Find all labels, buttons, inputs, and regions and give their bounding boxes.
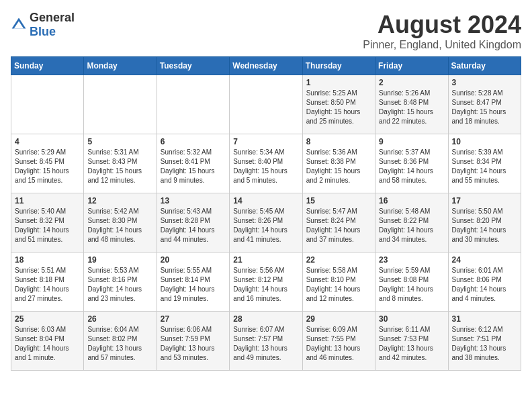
day-number: 22 xyxy=(306,255,371,265)
calendar-cell: 18Sunrise: 5:51 AM Sunset: 8:18 PM Dayli… xyxy=(11,253,84,312)
calendar-cell: 2Sunrise: 5:26 AM Sunset: 8:48 PM Daylig… xyxy=(375,75,448,134)
day-number: 20 xyxy=(161,255,226,265)
calendar-cell xyxy=(230,75,302,134)
day-header-saturday: Saturday xyxy=(448,57,521,75)
calendar-cell: 7Sunrise: 5:34 AM Sunset: 8:40 PM Daylig… xyxy=(230,134,302,193)
day-header-tuesday: Tuesday xyxy=(157,57,229,75)
day-header-monday: Monday xyxy=(84,57,157,75)
day-number: 24 xyxy=(452,255,517,265)
day-number: 28 xyxy=(233,314,298,324)
day-number: 8 xyxy=(306,137,371,146)
page-header: General Blue August 2024 Pinner, England… xyxy=(11,11,521,51)
calendar-cell: 22Sunrise: 5:58 AM Sunset: 8:10 PM Dayli… xyxy=(302,253,375,312)
calendar-cell xyxy=(157,75,229,134)
calendar-cell: 15Sunrise: 5:47 AM Sunset: 8:24 PM Dayli… xyxy=(302,193,375,253)
day-number: 5 xyxy=(87,137,152,146)
calendar-cell: 27Sunrise: 6:06 AM Sunset: 7:59 PM Dayli… xyxy=(157,312,229,371)
day-info: Sunrise: 6:06 AM Sunset: 7:59 PM Dayligh… xyxy=(161,325,226,363)
day-number: 31 xyxy=(452,314,517,324)
calendar-cell: 19Sunrise: 5:53 AM Sunset: 8:16 PM Dayli… xyxy=(84,253,157,312)
calendar-body: 1Sunrise: 5:25 AM Sunset: 8:50 PM Daylig… xyxy=(11,75,521,371)
day-number: 30 xyxy=(379,314,444,324)
day-number: 17 xyxy=(452,196,517,205)
day-info: Sunrise: 5:42 AM Sunset: 8:30 PM Dayligh… xyxy=(87,207,152,244)
calendar-header-row: SundayMondayTuesdayWednesdayThursdayFrid… xyxy=(11,57,521,75)
day-info: Sunrise: 5:56 AM Sunset: 8:12 PM Dayligh… xyxy=(233,266,298,304)
day-header-thursday: Thursday xyxy=(302,57,375,75)
day-number: 1 xyxy=(306,78,371,87)
week-row-1: 1Sunrise: 5:25 AM Sunset: 8:50 PM Daylig… xyxy=(11,75,521,134)
day-header-wednesday: Wednesday xyxy=(230,57,302,75)
logo-blue: Blue xyxy=(30,25,56,38)
week-row-3: 11Sunrise: 5:40 AM Sunset: 8:32 PM Dayli… xyxy=(11,193,521,253)
day-number: 12 xyxy=(87,196,152,205)
day-info: Sunrise: 5:39 AM Sunset: 8:34 PM Dayligh… xyxy=(452,148,517,185)
calendar-cell: 28Sunrise: 6:07 AM Sunset: 7:57 PM Dayli… xyxy=(230,312,302,371)
calendar-cell: 12Sunrise: 5:42 AM Sunset: 8:30 PM Dayli… xyxy=(84,193,157,253)
week-row-2: 4Sunrise: 5:29 AM Sunset: 8:45 PM Daylig… xyxy=(11,134,521,193)
day-info: Sunrise: 6:04 AM Sunset: 8:02 PM Dayligh… xyxy=(87,325,152,363)
calendar-cell xyxy=(84,75,157,134)
day-info: Sunrise: 6:03 AM Sunset: 8:04 PM Dayligh… xyxy=(15,325,80,363)
day-info: Sunrise: 5:43 AM Sunset: 8:28 PM Dayligh… xyxy=(161,207,226,244)
day-info: Sunrise: 5:26 AM Sunset: 8:48 PM Dayligh… xyxy=(379,89,444,126)
calendar-cell: 9Sunrise: 5:37 AM Sunset: 8:36 PM Daylig… xyxy=(375,134,448,193)
logo-icon xyxy=(11,17,27,33)
day-info: Sunrise: 5:34 AM Sunset: 8:40 PM Dayligh… xyxy=(233,148,298,185)
calendar-subtitle: Pinner, England, United Kingdom xyxy=(363,39,521,51)
calendar-cell: 17Sunrise: 5:50 AM Sunset: 8:20 PM Dayli… xyxy=(448,193,521,253)
day-number: 29 xyxy=(306,314,371,324)
day-info: Sunrise: 6:01 AM Sunset: 8:06 PM Dayligh… xyxy=(452,266,517,304)
day-info: Sunrise: 5:31 AM Sunset: 8:43 PM Dayligh… xyxy=(87,148,152,185)
calendar-cell: 13Sunrise: 5:43 AM Sunset: 8:28 PM Dayli… xyxy=(157,193,229,253)
day-info: Sunrise: 5:58 AM Sunset: 8:10 PM Dayligh… xyxy=(306,266,371,304)
calendar-cell: 16Sunrise: 5:48 AM Sunset: 8:22 PM Dayli… xyxy=(375,193,448,253)
day-info: Sunrise: 6:11 AM Sunset: 7:53 PM Dayligh… xyxy=(379,325,444,363)
day-info: Sunrise: 5:48 AM Sunset: 8:22 PM Dayligh… xyxy=(379,207,444,244)
day-info: Sunrise: 5:50 AM Sunset: 8:20 PM Dayligh… xyxy=(452,207,517,244)
day-number: 21 xyxy=(233,255,298,265)
day-number: 11 xyxy=(15,196,80,205)
logo: General Blue xyxy=(11,11,75,39)
day-number: 9 xyxy=(379,137,444,146)
calendar-cell: 20Sunrise: 5:55 AM Sunset: 8:14 PM Dayli… xyxy=(157,253,229,312)
day-number: 13 xyxy=(161,196,226,205)
calendar-cell: 25Sunrise: 6:03 AM Sunset: 8:04 PM Dayli… xyxy=(11,312,84,371)
day-info: Sunrise: 5:55 AM Sunset: 8:14 PM Dayligh… xyxy=(161,266,226,304)
day-number: 6 xyxy=(161,137,226,146)
day-info: Sunrise: 5:59 AM Sunset: 8:08 PM Dayligh… xyxy=(379,266,444,304)
day-info: Sunrise: 5:37 AM Sunset: 8:36 PM Dayligh… xyxy=(379,148,444,185)
calendar-cell: 5Sunrise: 5:31 AM Sunset: 8:43 PM Daylig… xyxy=(84,134,157,193)
calendar-cell: 24Sunrise: 6:01 AM Sunset: 8:06 PM Dayli… xyxy=(448,253,521,312)
calendar-cell: 30Sunrise: 6:11 AM Sunset: 7:53 PM Dayli… xyxy=(375,312,448,371)
calendar-cell xyxy=(11,75,84,134)
day-number: 15 xyxy=(306,196,371,205)
calendar-cell: 4Sunrise: 5:29 AM Sunset: 8:45 PM Daylig… xyxy=(11,134,84,193)
title-block: August 2024 Pinner, England, United King… xyxy=(363,11,521,51)
day-info: Sunrise: 5:32 AM Sunset: 8:41 PM Dayligh… xyxy=(161,148,226,185)
day-number: 18 xyxy=(15,255,80,265)
day-info: Sunrise: 5:29 AM Sunset: 8:45 PM Dayligh… xyxy=(15,148,80,185)
day-number: 4 xyxy=(15,137,80,146)
day-header-sunday: Sunday xyxy=(11,57,84,75)
day-header-friday: Friday xyxy=(375,57,448,75)
calendar-cell: 11Sunrise: 5:40 AM Sunset: 8:32 PM Dayli… xyxy=(11,193,84,253)
week-row-5: 25Sunrise: 6:03 AM Sunset: 8:04 PM Dayli… xyxy=(11,312,521,371)
day-info: Sunrise: 5:28 AM Sunset: 8:47 PM Dayligh… xyxy=(452,89,517,126)
day-number: 10 xyxy=(452,137,517,146)
calendar-cell: 6Sunrise: 5:32 AM Sunset: 8:41 PM Daylig… xyxy=(157,134,229,193)
calendar-cell: 1Sunrise: 5:25 AM Sunset: 8:50 PM Daylig… xyxy=(302,75,375,134)
day-info: Sunrise: 5:53 AM Sunset: 8:16 PM Dayligh… xyxy=(87,266,152,304)
calendar-cell: 10Sunrise: 5:39 AM Sunset: 8:34 PM Dayli… xyxy=(448,134,521,193)
logo-general: General xyxy=(30,11,75,24)
week-row-4: 18Sunrise: 5:51 AM Sunset: 8:18 PM Dayli… xyxy=(11,253,521,312)
day-number: 16 xyxy=(379,196,444,205)
day-number: 3 xyxy=(452,78,517,87)
day-number: 27 xyxy=(161,314,226,324)
day-info: Sunrise: 6:09 AM Sunset: 7:55 PM Dayligh… xyxy=(306,325,371,363)
calendar-title: August 2024 xyxy=(363,11,521,39)
day-number: 19 xyxy=(87,255,152,265)
day-number: 7 xyxy=(233,137,298,146)
calendar-cell: 23Sunrise: 5:59 AM Sunset: 8:08 PM Dayli… xyxy=(375,253,448,312)
day-info: Sunrise: 5:40 AM Sunset: 8:32 PM Dayligh… xyxy=(15,207,80,244)
